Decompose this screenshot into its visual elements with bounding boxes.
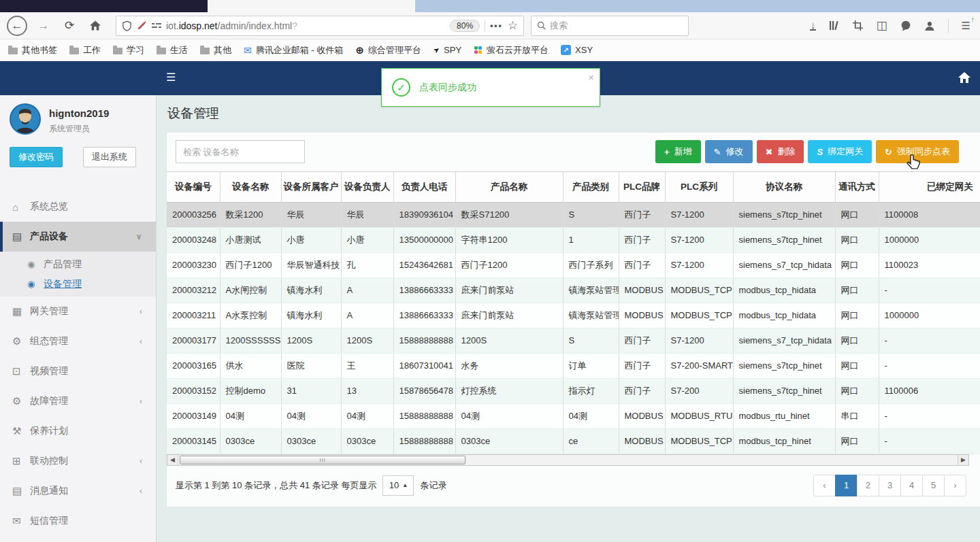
reload-button[interactable]: ⟳ <box>60 16 79 35</box>
scroll-left-arrow[interactable]: ◀ <box>167 455 178 465</box>
gateway-icon: ▦ <box>12 305 30 318</box>
library-icon[interactable] <box>829 20 840 31</box>
sidebar-item-dict-manage[interactable]: ▦字典管理 <box>0 536 156 542</box>
screenshot-crop-icon[interactable] <box>853 20 863 31</box>
sidebar-item-message-notify[interactable]: ▤消息通知‹ <box>0 476 156 506</box>
scrollbar-thumb[interactable] <box>180 456 466 464</box>
table-row[interactable]: 200003248小唐测试小唐小唐13500000000字符串12001西门子S… <box>167 227 980 252</box>
bind-gateway-button[interactable]: S绑定网关 <box>808 140 872 163</box>
downloads-icon[interactable]: ↓ <box>810 20 817 31</box>
pager-page-4[interactable]: 4 <box>900 475 923 496</box>
column-header-0[interactable]: 设备编号 <box>167 172 220 202</box>
table-cell: 庶来门前泵站 <box>455 303 563 328</box>
monitor-icon: ⊡ <box>12 365 30 377</box>
table-row[interactable]: 2000031450303ce0303ce0303ce1588888888803… <box>167 428 980 454</box>
browser-search-input[interactable] <box>550 20 683 31</box>
toast-close-icon[interactable]: × <box>588 71 594 83</box>
xsy-icon: ↗ <box>561 45 571 55</box>
bookmark-item[interactable]: 学习 <box>113 44 144 56</box>
sidebar-item-fault-manage[interactable]: ⚙故障管理‹ <box>0 386 156 416</box>
sidebar-item-video-manage[interactable]: ⊡视频管理 <box>0 356 156 386</box>
column-header-6[interactable]: 产品类别 <box>563 172 619 202</box>
sidebar-item-device-manage[interactable]: ◉设备管理 <box>0 274 156 294</box>
scroll-right-arrow[interactable]: ▶ <box>958 455 968 465</box>
folder-icon <box>8 48 18 54</box>
home-button[interactable] <box>86 16 105 35</box>
pager-page-1[interactable]: 1 <box>835 475 858 496</box>
sidebar-item-sms-manage[interactable]: ✉短信管理 <box>0 506 156 536</box>
sidebar-toggle-icon[interactable]: ◫ <box>876 18 887 33</box>
url-text[interactable]: iot.idosp.net/admin/index.html? <box>166 20 445 31</box>
forward-button[interactable]: → <box>34 16 53 35</box>
table-row[interactable]: 200003211A水泵控制镇海水利A13886663333庶来门前泵站镇海泵站… <box>167 303 980 328</box>
app-home-icon[interactable] <box>958 72 970 83</box>
account-icon[interactable] <box>924 20 935 31</box>
table-row[interactable]: 200003165供水医院王18607310041水务订单西门子S7-200-S… <box>167 353 980 378</box>
page-size-select[interactable]: 10 ▲ <box>382 475 414 496</box>
browser-toolbar: ← → ⟳ iot.idosp.net/admin/index.html? 80… <box>0 12 980 39</box>
sidebar-item-gateway-manage[interactable]: ▦网关管理‹ <box>0 297 156 326</box>
column-header-5[interactable]: 产品名称 <box>455 172 563 202</box>
table-body: 200003256数采1200华辰华辰18390936104数采S71200S西… <box>167 202 980 454</box>
bookmark-item[interactable]: 其他 <box>200 44 231 56</box>
column-header-3[interactable]: 设备负责人 <box>341 172 393 202</box>
pager-page-5[interactable]: 5 <box>922 475 945 496</box>
back-button[interactable]: ← <box>7 16 27 36</box>
zoom-level-badge[interactable]: 80% <box>450 20 480 32</box>
table-row[interactable]: 20000314904测04测04测1588888888804测04测MODBU… <box>167 403 980 428</box>
bookmark-item[interactable]: ⊕综合管理平台 <box>355 44 421 56</box>
table-row[interactable]: 200003212A水闸控制镇海水利A13886663333庶来门前泵站镇海泵站… <box>167 277 980 303</box>
action-label: 新增 <box>674 146 692 158</box>
browser-active-tab[interactable] <box>0 0 208 12</box>
sidebar-item-product-device[interactable]: ▤产品设备∨ <box>0 222 156 252</box>
logout-button[interactable]: 退出系统 <box>83 147 136 167</box>
pager-page-2[interactable]: 2 <box>857 475 879 496</box>
bookmark-item[interactable]: 萤石云开放平台 <box>474 44 549 56</box>
column-header-10[interactable]: 通讯方式 <box>835 172 879 202</box>
table-row[interactable]: 200003152控制demo311315878656478灯控系统指示灯西门子… <box>167 378 980 403</box>
change-password-button[interactable]: 修改密码 <box>10 147 63 167</box>
delete-button[interactable]: ✖删除 <box>757 140 804 163</box>
table-row[interactable]: 200003256数采1200华辰华辰18390936104数采S71200S西… <box>167 202 980 227</box>
add-button[interactable]: +新增 <box>655 140 701 163</box>
avatar[interactable] <box>10 103 41 135</box>
column-header-4[interactable]: 负责人电话 <box>393 172 455 202</box>
sidebar-item-linkage-control[interactable]: ⊞联动控制‹ <box>0 446 156 476</box>
url-bar[interactable]: iot.idosp.net/admin/index.html? 80% ••• … <box>116 16 524 36</box>
sidebar-item-configuration-manage[interactable]: ⚙组态管理‹ <box>0 326 156 356</box>
horizontal-scrollbar[interactable]: ◀ ▶ <box>167 454 969 466</box>
table-row[interactable]: 200003230西门子1200华辰智通科技孔15243642681西门子120… <box>167 252 980 277</box>
table-cell: S7-1200 <box>665 227 733 252</box>
column-header-8[interactable]: PLC系列 <box>665 172 733 202</box>
sidebar-item-system-overview[interactable]: ⌂系统总览 <box>0 192 156 222</box>
feedback-bubble-icon[interactable] <box>900 20 911 31</box>
column-header-7[interactable]: PLC品牌 <box>619 172 665 202</box>
bookmark-item[interactable]: ➤SPY <box>434 45 461 55</box>
column-header-9[interactable]: 协议名称 <box>733 172 835 202</box>
pager-next[interactable]: › <box>944 475 966 496</box>
bookmark-star-icon[interactable]: ☆ <box>508 18 518 33</box>
bookmark-item[interactable]: ✉腾讯企业邮箱 - 收件箱 <box>244 44 343 56</box>
edit-button[interactable]: ✎修改 <box>705 140 753 163</box>
bookmark-item[interactable]: ↗XSY <box>561 45 593 55</box>
bookmark-item[interactable]: 工作 <box>69 44 101 56</box>
browser-search-box[interactable] <box>531 16 689 36</box>
action-label: 删除 <box>777 146 795 158</box>
app-menu-icon[interactable]: ☰↑ <box>962 20 970 32</box>
column-header-11[interactable]: 已绑定网关 <box>879 172 980 202</box>
sidebar-item-product-manage[interactable]: ◉产品管理 <box>0 254 156 274</box>
table-row[interactable]: 2000031771200SSSSSS1200S1200S15888888888… <box>167 328 980 353</box>
column-header-1[interactable]: 设备名称 <box>220 172 281 202</box>
device-search-input[interactable] <box>176 140 305 163</box>
browser-inactive-tab[interactable] <box>208 0 415 12</box>
column-header-2[interactable]: 设备所属客户 <box>281 172 341 202</box>
table-cell: 200003230 <box>167 252 220 277</box>
table-cell: 镇海水利 <box>281 303 341 328</box>
page-actions-icon[interactable]: ••• <box>490 21 503 31</box>
sidebar-item-maintenance-plan[interactable]: ⚒保养计划 <box>0 416 156 446</box>
collapse-sidebar-icon[interactable]: ☰ <box>166 71 176 84</box>
bookmark-item[interactable]: 其他书签 <box>8 44 57 56</box>
pager-prev[interactable]: ‹ <box>813 475 836 496</box>
pager-page-3[interactable]: 3 <box>879 475 901 496</box>
bookmark-item[interactable]: 生活 <box>157 44 188 56</box>
